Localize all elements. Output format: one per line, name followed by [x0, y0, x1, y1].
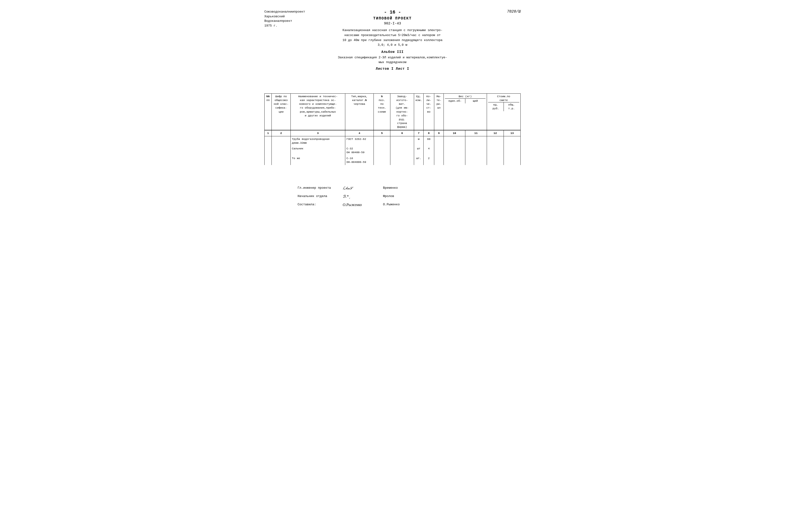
- row1-qty: 60: [424, 136, 434, 146]
- row2-unit: шт: [414, 146, 424, 155]
- row3-type: С-16ОН-804000-59: [345, 156, 374, 165]
- col-header-type: Тип,марка,каталог.№чертежа: [345, 94, 374, 130]
- col-header-manufacturer: Завод-изгото-вит.(для им-нортно-го обо-р…: [390, 94, 414, 130]
- table-row: Труба водогазопроводная диам.32мм ГОСТ 3…: [264, 136, 521, 146]
- row3-qty: 2: [424, 156, 434, 165]
- chief-engineer-sign-cursive: ℒ𝒷𝓃𝒮: [343, 184, 381, 192]
- head-dept-label: Начальник отдела: [298, 193, 340, 200]
- col-header-material: Ма-те-ри-ал: [434, 94, 444, 130]
- row3-cost-total: [504, 156, 521, 165]
- col-header-cost: Стоим.посмете ед.руб. общ.т.р.: [487, 94, 521, 130]
- row1-material: [434, 136, 444, 146]
- col-num-6: 6: [390, 130, 414, 136]
- spec-table: №№пп Шифр пообщесоюзной клас-сифика-ции …: [264, 94, 521, 179]
- row1-cost-unit: [487, 136, 504, 146]
- col-num-4: 4: [345, 130, 374, 136]
- col-num-5: 5: [374, 130, 390, 136]
- row1-unit: м: [414, 136, 424, 146]
- head-dept-name: Фролов: [383, 193, 394, 200]
- row2-cost-total: [504, 146, 521, 155]
- row2-cipher: [272, 146, 291, 155]
- chief-engineer-label: Гл.инженер проекта: [298, 185, 340, 191]
- row3-pos: [374, 156, 390, 165]
- row1-manufacturer: [390, 136, 414, 146]
- row3-weight-total: [465, 156, 487, 165]
- album-label: Альбом III: [264, 50, 521, 54]
- org-line1: Союзводоканалниипроект: [264, 9, 305, 14]
- row2-manufacturer: [390, 146, 414, 155]
- col-header-unit: Ед.изм.: [414, 94, 424, 130]
- org-line2: Харьковский: [264, 14, 305, 19]
- col-header-pos: №поз.потехн.схеме: [374, 94, 390, 130]
- row2-weight-total: [465, 146, 487, 155]
- row3-manufacturer: [390, 156, 414, 165]
- col-num-3: 3: [291, 130, 345, 136]
- col-header-cipher: Шифр пообщесоюзной клас-сифика-ции: [272, 94, 291, 130]
- col-header-weight: Вес (кг) един.об- щий: [444, 94, 487, 130]
- row3-material: [434, 156, 444, 165]
- signatures-section: Гл.инженер проекта ℒ𝒷𝓃𝒮 Временко Начальн…: [298, 184, 521, 209]
- col-num-10: 10: [444, 130, 465, 136]
- spec-label: Заказная спецификация 2-ЭЛ изделий и мат…: [264, 55, 521, 64]
- col-num-11: 11: [465, 130, 487, 136]
- row3-unit: шт.: [414, 156, 424, 165]
- head-dept-sig: Начальник отдела ℬ.*ˏ Фролов: [298, 192, 521, 201]
- row3-cost-unit: [487, 156, 504, 165]
- row1-type: ГОСТ 3262-62: [345, 136, 374, 146]
- row2-qty: 4: [424, 146, 434, 155]
- col-header-num: №№пп: [264, 94, 272, 130]
- row1-weight-total: [465, 136, 487, 146]
- row1-pos: [374, 136, 390, 146]
- compiled-name: O.Рыженко: [383, 201, 400, 208]
- row2-name: Сальник: [291, 146, 345, 155]
- row2-cost-unit: [487, 146, 504, 155]
- col-num-1: 1: [264, 130, 272, 136]
- col-num-2: 2: [272, 130, 291, 136]
- head-dept-sign-cursive: ℬ.*ˏ: [343, 192, 381, 201]
- org-info: Союзводоканалниипроект Харьковский Водок…: [264, 9, 305, 28]
- row1-cost-total: [504, 136, 521, 146]
- chief-engineer-name: Временко: [383, 185, 398, 191]
- empty-row: [264, 165, 521, 179]
- col-num-9: 9: [434, 130, 444, 136]
- org-line3: Водоканалпроект: [264, 19, 305, 24]
- row3-cipher: [272, 156, 291, 165]
- row2-type: С-32ОН 80400-59: [345, 146, 374, 155]
- compiled-sign-cursive: O.Рыженко: [343, 201, 381, 209]
- chief-engineer-sig: Гл.инженер проекта ℒ𝒷𝓃𝒮 Временко: [298, 184, 521, 192]
- compiled-sig: Составила: O.Рыженко O.Рыженко: [298, 201, 521, 209]
- org-line4: 1975 г.: [264, 24, 305, 28]
- row3-name: То же: [291, 156, 345, 165]
- table-header-row: №№пп Шифр пообщесоюзной клас-сифика-ции …: [264, 94, 521, 130]
- row3-num: [264, 156, 272, 165]
- page-count: Листов I Лист I: [264, 67, 521, 71]
- col-header-name: Наименование и техничес-кая характеристи…: [291, 94, 345, 130]
- col-num-8: 8: [424, 130, 434, 136]
- row1-weight-unit: [444, 136, 465, 146]
- row2-pos: [374, 146, 390, 155]
- col-num-7: 7: [414, 130, 424, 136]
- row1-cipher: [272, 136, 291, 146]
- compiled-label: Составила:: [298, 201, 340, 208]
- row1-name: Труба водогазопроводная диам.32мм: [291, 136, 345, 146]
- col-num-12: 12: [487, 130, 504, 136]
- doc-index: 7020/Ш: [507, 9, 521, 14]
- table-col-numbers: 1 2 3 4 5 6 7 8 9 10 11 12 13: [264, 130, 521, 136]
- col-num-13: 13: [504, 130, 521, 136]
- row2-weight-unit: [444, 146, 465, 155]
- doc-description: Канализационная насосная станция с погру…: [264, 28, 521, 48]
- row1-num: [264, 136, 272, 146]
- col-header-qty: Ко-ли-че-ст-во: [424, 94, 434, 130]
- row2-num: [264, 146, 272, 155]
- table-row: Сальник С-32ОН 80400-59 шт 4: [264, 146, 521, 155]
- row3-weight-unit: [444, 156, 465, 165]
- row2-material: [434, 146, 444, 155]
- table-row: То же С-16ОН-804000-59 шт. 2: [264, 156, 521, 165]
